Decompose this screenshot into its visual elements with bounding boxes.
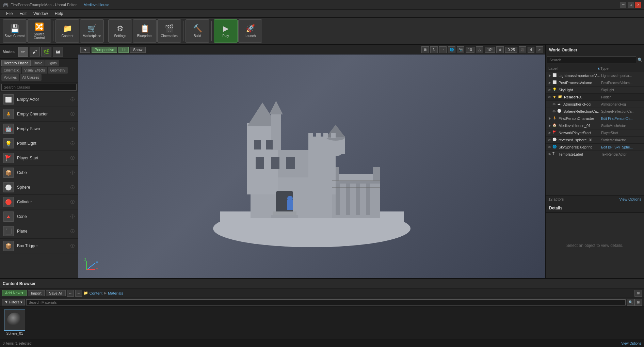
cube-info[interactable]: ⓘ [70,170,75,176]
cb-search-input[interactable] [26,299,626,305]
mode-btn-landscape[interactable]: 🏔 [53,47,63,57]
empty-character-info[interactable]: ⓘ [70,111,75,117]
tab-basic[interactable]: Basic [31,60,44,66]
outliner-spherereflection[interactable]: 👁 ⚪ SphereReflectionCapture SphereReflec… [546,108,644,115]
mode-btn-foliage[interactable]: 🌿 [41,47,51,57]
menu-edit[interactable]: Edit [16,11,30,17]
cb-search-btn[interactable]: 🔍 [627,299,634,306]
vt-rotate-icon[interactable]: ↻ [430,46,438,53]
vt-angle-icon[interactable]: △ [476,46,483,53]
view-options-link[interactable]: View Options [619,197,641,201]
placement-item-empty-character[interactable]: 🧍 Empty Character ⓘ [0,107,78,122]
toolbar-settings[interactable]: ⚙ Settings [108,19,132,43]
lit-btn[interactable]: Lit [118,47,129,53]
eye-icon[interactable]: 👁 [548,145,551,149]
outliner-lightmass[interactable]: 👁 ⬜ LightmassImportanceVolume LightmassI… [546,72,644,79]
eye-icon[interactable]: 👁 [548,153,551,156]
mode-btn-placement[interactable]: ✏ [18,47,28,57]
point-light-info[interactable]: ⓘ [70,141,75,146]
maximize-btn[interactable]: □ [628,2,634,8]
toolbar-source-control[interactable]: 🔀 Source Control [27,19,51,43]
eye-icon[interactable]: 👁 [548,124,551,128]
add-new-btn[interactable]: Add New ▾ [2,290,27,296]
search-classes-input[interactable] [1,84,77,91]
firstpersonchar-type[interactable]: Edit FirstPersonCh... [601,117,642,121]
toolbar-save-current[interactable]: 💾 Save Current [3,19,27,43]
nav-back-btn[interactable]: ← [67,290,74,297]
outliner-medievalhouse[interactable]: 👁 🏠 MedievalHouse_01 StaticMeshActor [546,122,644,129]
skysphereblueprint-type[interactable]: Edit BP_Sky_Sphe... [601,145,642,149]
toolbar-launch[interactable]: 🚀 Launch [238,19,262,43]
filters-btn[interactable]: ▼ Filters ▾ [2,299,25,305]
menu-window[interactable]: Window [30,11,51,17]
perspective-btn[interactable]: Perspective [92,47,117,53]
eye-icon[interactable]: 👁 [548,138,551,142]
eye-icon[interactable]: 👁 [548,95,551,99]
empty-pawn-info[interactable]: ⓘ [70,126,75,132]
eye-icon[interactable]: 👁 [548,131,551,135]
placement-item-player-start[interactable]: 🚩 Player Start ⓘ [0,151,78,165]
vt-maximize-icon[interactable]: ⤢ [536,46,543,53]
tab-recently-placed[interactable]: Recently Placed [1,60,31,66]
toolbar-cinematics[interactable]: 🎬 Cinematics [157,19,181,43]
box-trigger-info[interactable]: ⓘ [70,243,75,249]
cb-view-btn[interactable]: ⊞ [634,290,642,297]
placement-item-cylinder[interactable]: 🔴 Cylinder ⓘ [0,195,78,209]
eye-icon[interactable]: 👁 [552,110,556,113]
vt-snap-icon[interactable]: ⊕ [496,46,504,53]
vt-camera-icon[interactable]: 📷 [457,46,464,53]
view-options-status[interactable]: View Options [621,342,641,345]
import-btn[interactable]: Import [28,290,45,296]
breadcrumb-materials[interactable]: Materials [108,291,123,295]
tab-cinematic[interactable]: Cinematic [1,67,21,74]
toolbar-content[interactable]: 📁 Content [55,19,79,43]
empty-actor-info[interactable]: ⓘ [70,97,75,102]
placement-item-point-light[interactable]: 💡 Point Light ⓘ [0,136,78,151]
outliner-postprocess[interactable]: 👁 ⬜ PostProcessVolume PostProcessVolum..… [546,79,644,86]
outliner-firstpersonchar[interactable]: 👁 🧍 FirstPersonCharacter Edit FirstPerso… [546,115,644,122]
nav-forward-btn[interactable]: → [75,290,82,297]
save-all-btn[interactable]: Save All [46,290,66,296]
eye-icon[interactable]: 👁 [548,74,551,78]
outliner-networkplayerstart[interactable]: 👁 🚩 NetworkPlayerStart PlayerStart [546,129,644,137]
vt-grid-icon[interactable]: ⊞ [421,46,429,53]
mode-btn-paint[interactable]: 🖌 [30,47,40,57]
tab-lights[interactable]: Lights [45,60,59,66]
menu-file[interactable]: File [3,11,16,17]
placement-item-plane[interactable]: ⬛ Plane ⓘ [0,224,78,239]
eye-icon[interactable]: 👁 [552,102,556,106]
placement-item-cube[interactable]: 📦 Cube ⓘ [0,165,78,180]
outliner-reversedsphere[interactable]: 👁 ⚪ reversed_sphere_01 StaticMeshActor [546,137,644,144]
sphere-info[interactable]: ⓘ [70,185,75,190]
plane-info[interactable]: ⓘ [70,228,75,234]
player-start-info[interactable]: ⓘ [70,155,75,161]
viewport-canvas[interactable]: X Y Z [78,54,545,278]
eye-icon[interactable]: 👁 [548,81,551,85]
outliner-atmosphericfog[interactable]: 👁 ☁ AtmosphericFog AtmosphericFog [546,101,644,108]
breadcrumb-content[interactable]: Content [90,291,103,295]
toolbar-build[interactable]: 🔨 Build [186,19,209,43]
close-btn[interactable]: ✕ [635,2,641,8]
cylinder-info[interactable]: ⓘ [70,199,75,205]
minimize-btn[interactable]: ─ [620,2,626,8]
eye-icon[interactable]: 👁 [548,117,551,121]
eye-icon[interactable]: 👁 [548,88,551,92]
tab-volumes[interactable]: Volumes [1,74,19,81]
menu-help[interactable]: Help [51,11,67,17]
toolbar-blueprints[interactable]: 📋 Blueprints [133,19,157,43]
outliner-templatelabel[interactable]: 👁 T TemplateLabel TextRenderActor [546,151,644,158]
cb-asset-sphere01[interactable]: Sphere_01 [3,310,27,337]
tab-all-classes[interactable]: All Classes [20,74,41,81]
vt-world-icon[interactable]: 🌐 [448,46,455,53]
vt-scale-icon[interactable]: ↔ [439,46,447,53]
tab-geometry[interactable]: Geometry [48,67,68,74]
tab-visual-effects[interactable]: Visual Effects [22,67,47,74]
toolbar-play[interactable]: ▶ Play [214,19,238,43]
viewport-dropdown-btn[interactable]: ▼ [80,47,90,53]
outliner-skylight[interactable]: 👁 💡 SkyLight SkyLight [546,86,644,94]
outliner-skysphereblueprint[interactable]: 👁 🌐 SkySphereBlueprint Edit BP_Sky_Sphe.… [546,144,644,151]
placement-item-cone[interactable]: 🔺 Cone ⓘ [0,209,78,224]
outliner-renderfx[interactable]: 👁 ▼ 📁 RenderFX Folder [546,94,644,101]
show-btn[interactable]: Show [130,47,146,53]
toolbar-marketplace[interactable]: 🛒 Marketplace [80,19,104,43]
